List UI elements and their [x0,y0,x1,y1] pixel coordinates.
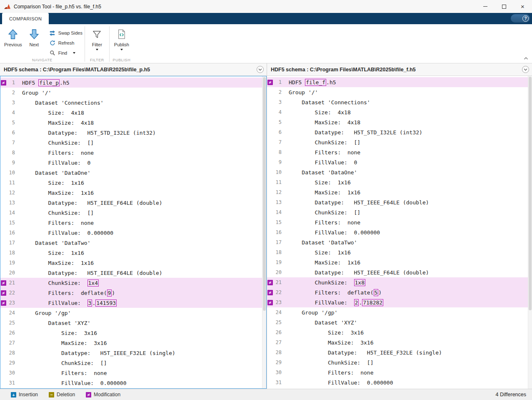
code-line[interactable]: ≠1HDF5 file_f.h5 [267,77,532,87]
code-line[interactable]: 14 ChunkSize: [] [267,207,532,217]
publish-button[interactable]: Publish [112,27,132,51]
left-scrollbar-thumb[interactable] [263,77,266,311]
swap-sides-button[interactable]: Swap Sides [49,30,82,36]
code-line[interactable]: 20 Datatype: H5T_IEEE_F64LE (double) [267,267,532,277]
code-line[interactable]: 24 Group '/gp' [0,308,266,318]
publish-document-icon [117,28,126,40]
line-number: 27 [6,340,17,346]
code-line[interactable]: 4 Size: 4x18 [267,107,532,117]
swap-sides-icon [49,30,56,36]
code-line[interactable]: 28 Datatype: H5T_IEEE_F32LE (single) [267,347,532,357]
marker-gutter [267,377,273,387]
maximize-icon [502,5,506,9]
code-line[interactable]: 26 Size: 3x16 [0,328,266,338]
code-line[interactable]: 12 MaxSize: 1x16 [267,187,532,197]
code-line[interactable]: 18 Size: 1x16 [0,248,266,258]
code-line[interactable]: 31 FillValue: 0.000000 [267,377,532,387]
code-line[interactable]: 5 MaxSize: 4x18 [267,117,532,127]
code-line[interactable]: 3 Dataset 'Connections' [267,97,532,107]
code-line[interactable]: 19 MaxSize: 1x16 [0,258,266,268]
find-button[interactable]: Find [49,50,82,56]
code-line[interactable]: 13 Datatype: H5T_IEEE_F64LE (double) [267,197,532,207]
code-line[interactable]: 6 Datatype: H5T_STD_I32LE (int32) [0,128,266,138]
code-line[interactable]: ≠21 ChunkSize: 1x4 [0,278,266,288]
line-text: MaxSize: 1x16 [284,189,360,196]
code-line[interactable]: 25 Dataset 'XYZ' [267,317,532,327]
left-pane-title: HDF5 schema : C:\Program Files\MATLAB\R2… [4,67,150,73]
collapse-toolstrip-button[interactable] [523,55,529,61]
right-pane-menu-button[interactable] [522,66,529,73]
code-line[interactable]: 27 MaxSize: 3x16 [0,338,266,348]
code-line[interactable]: ≠1HDF5 file_p.h5 [0,78,266,88]
code-line[interactable]: 11 Size: 1x16 [0,178,266,188]
code-line[interactable]: 6 Datatype: H5T_STD_I32LE (int32) [267,127,532,137]
refresh-button[interactable]: Refresh [49,40,82,46]
code-line[interactable]: ≠23 FillValue: 3.141593 [0,298,266,308]
difference-count: 4 Differences [496,392,526,397]
maximize-button[interactable] [495,0,513,13]
previous-button[interactable]: Previous [2,27,24,48]
code-line[interactable]: ≠21 ChunkSize: 1x8 [267,277,532,287]
code-line[interactable]: 7 ChunkSize: [] [0,138,266,148]
code-line[interactable]: 27 MaxSize: 3x16 [267,337,532,347]
code-line[interactable]: 10 Dataset 'DataOne' [267,167,532,177]
code-line[interactable]: 29 ChunkSize: [] [267,357,532,367]
code-line[interactable]: 17 Dataset 'DataTwo' [267,237,532,247]
right-pane-body[interactable]: ≠1HDF5 file_f.h52Group '/'3 Dataset 'Con… [267,76,532,389]
code-line[interactable]: ≠23 FillValue: 2.718282 [267,297,532,307]
code-line[interactable]: 30 Filters: none [267,367,532,377]
code-line[interactable]: 16 FillValue: 0.000000 [267,227,532,237]
code-line[interactable]: 8 Filters: none [267,147,532,157]
code-line[interactable]: 5 MaxSize: 4x18 [0,118,266,128]
code-line[interactable]: 15 Filters: none [0,218,266,228]
code-line[interactable]: 4 Size: 4x18 [0,108,266,118]
code-line[interactable]: 2Group '/' [0,88,266,98]
code-line[interactable]: 26 Size: 3x16 [267,327,532,337]
code-line[interactable]: ≠22 Filters: deflate(9) [0,288,266,298]
minimize-button[interactable] [476,0,495,13]
find-dropdown-icon[interactable] [73,52,75,54]
filter-button[interactable]: Filter [87,27,107,51]
code-line[interactable]: 11 Size: 1x16 [267,177,532,187]
help-button[interactable]: ? [511,14,530,23]
code-line[interactable]: 31 FillValue: 0.000000 [0,378,266,388]
line-number: 14 [273,209,284,215]
tab-comparison[interactable]: COMPARISON [2,13,49,24]
close-button[interactable]: × [513,0,532,13]
code-line[interactable]: 10 Dataset 'DataOne' [0,168,266,178]
code-line[interactable]: 16 FillValue: 0.000000 [0,228,266,238]
code-line[interactable]: 18 Size: 1x16 [267,247,532,257]
code-line[interactable]: 15 Filters: none [267,217,532,227]
code-line[interactable]: 9 FillValue: 0 [267,157,532,167]
right-scrollbar[interactable] [528,76,532,389]
marker-gutter [267,197,273,207]
right-scrollbar-thumb[interactable] [529,77,532,310]
code-line[interactable]: 29 ChunkSize: [] [0,358,266,368]
code-line[interactable]: 7 ChunkSize: [] [267,137,532,147]
ribbon-tabstrip: COMPARISON ? [0,13,532,24]
code-line[interactable]: 3 Dataset 'Connections' [0,98,266,108]
left-pane-menu-button[interactable] [257,66,264,73]
code-line[interactable]: 19 MaxSize: 1x16 [267,257,532,267]
code-line[interactable]: 13 Datatype: H5T_IEEE_F64LE (double) [0,198,266,208]
code-line[interactable]: 17 Dataset 'DataTwo' [0,238,266,248]
code-line[interactable]: 30 Filters: none [0,368,266,378]
code-line[interactable]: 12 MaxSize: 1x16 [0,188,266,198]
code-line[interactable]: ≠22 Filters: deflate(5) [267,287,532,297]
code-line[interactable]: 24 Group '/gp' [267,307,532,317]
code-line[interactable]: 28 Datatype: H5T_IEEE_F32LE (single) [0,348,266,358]
next-button[interactable]: Next [24,27,44,48]
left-scrollbar[interactable] [262,76,266,388]
code-line[interactable]: 9 FillValue: 0 [0,158,266,168]
code-line[interactable]: 25 Dataset 'XYZ' [0,318,266,328]
code-line[interactable]: 20 Datatype: H5T_IEEE_F64LE (double) [0,268,266,278]
modification-marker-icon: ≠ [267,77,273,87]
code-line[interactable]: 14 ChunkSize: [] [0,208,266,218]
code-line[interactable]: 8 Filters: none [0,148,266,158]
line-number: 17 [273,239,284,245]
code-line[interactable]: 2Group '/' [267,87,532,97]
line-text: Dataset 'DataTwo' [284,239,357,246]
line-text: Filters: deflate(5) [284,289,382,296]
left-pane-body[interactable]: ≠1HDF5 file_p.h52Group '/'3 Dataset 'Con… [0,76,267,389]
changed-fragment: 9 [107,289,112,297]
